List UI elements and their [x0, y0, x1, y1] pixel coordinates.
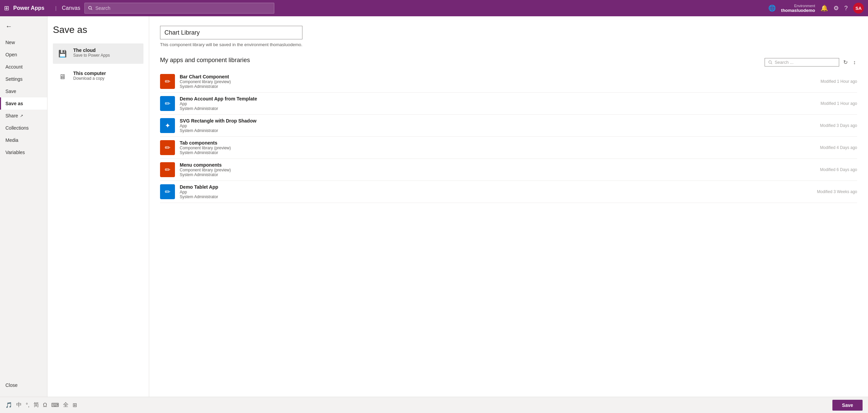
saveas-option-computer[interactable]: 🖥 This computer Download a copy: [53, 67, 143, 87]
topbar-right: 🌐 Environment thomasluodemo 🔔 ⚙ ? SA: [768, 3, 864, 14]
app-name: Demo Account App from Template: [180, 96, 816, 101]
ime-icon-7[interactable]: 全: [63, 401, 68, 409]
saveas-panel: Save as 💾 The cloud Save to Power Apps 🖥…: [47, 16, 149, 397]
app-author: System Administrator: [180, 150, 815, 155]
app-icon: ✏: [160, 96, 175, 111]
app-name: Demo Tablet App: [180, 184, 812, 190]
section-controls: ↻ ↕: [765, 58, 857, 67]
app-icon: ✏: [160, 74, 175, 89]
sidebar-item-new[interactable]: New: [0, 36, 47, 49]
environment-info: Environment thomasluodemo: [781, 4, 815, 13]
app-type: Component library (preview): [180, 79, 816, 84]
list-item[interactable]: ✏ Demo Account App from Template App Sys…: [160, 93, 857, 115]
separator: |: [55, 5, 57, 11]
sidebar-item-close[interactable]: Close: [0, 379, 47, 391]
search-icon: [768, 60, 773, 65]
env-note: This component library will be saved in …: [160, 42, 857, 47]
sidebar-item-settings[interactable]: Settings: [0, 73, 47, 85]
sidebar-item-media[interactable]: Media: [0, 134, 47, 146]
sidebar-bottom: Close: [0, 379, 47, 397]
settings-icon[interactable]: ⚙: [833, 4, 839, 12]
app-type: App: [180, 190, 812, 194]
app-name: Power Apps: [13, 5, 44, 11]
list-item[interactable]: ✏ Bar Chart Component Component library …: [160, 71, 857, 93]
list-item[interactable]: ✏ Tab components Component library (prev…: [160, 137, 857, 159]
app-list: ✏ Bar Chart Component Component library …: [160, 71, 857, 203]
app-author: System Administrator: [180, 194, 812, 199]
app-icon: ✦: [160, 118, 175, 133]
app-name-input[interactable]: [160, 26, 302, 39]
svg-line-3: [771, 63, 772, 64]
app-info: Tab components Component library (previe…: [180, 140, 815, 155]
sidebar-item-open[interactable]: Open: [0, 49, 47, 61]
app-modified: Modified 1 Hour ago: [821, 101, 857, 106]
computer-icon: 🖥: [56, 71, 68, 83]
svg-point-2: [769, 60, 771, 63]
app-author: System Administrator: [180, 106, 816, 111]
app-type: App: [180, 124, 815, 128]
ime-icon-4[interactable]: 简: [34, 401, 39, 409]
svg-point-0: [88, 6, 91, 9]
app-author: System Administrator: [180, 172, 815, 177]
app-icon: ✏: [160, 140, 175, 155]
right-panel: This component library will be saved in …: [149, 16, 868, 397]
ime-icon-1[interactable]: 🎵: [5, 402, 12, 408]
ime-icon-3[interactable]: °,: [26, 402, 29, 408]
app-info: SVG Rectangle with Drop Shadow App Syste…: [180, 118, 815, 133]
search-input[interactable]: [95, 5, 271, 11]
ime-icon-6[interactable]: ⌨: [51, 402, 59, 408]
list-item[interactable]: ✦ SVG Rectangle with Drop Shadow App Sys…: [160, 115, 857, 137]
search-icon: [88, 6, 93, 11]
sidebar: ← New Open Account Settings Save Save as…: [0, 16, 47, 397]
bottombar: 🎵 中 °, 简 Ω ⌨ 全 ⊞ Save: [0, 397, 868, 413]
saveas-title: Save as: [53, 24, 143, 35]
app-modified: Modified 4 Days ago: [820, 145, 857, 150]
sidebar-item-collections[interactable]: Collections: [0, 122, 47, 134]
app-info: Bar Chart Component Component library (p…: [180, 74, 816, 89]
app-name: SVG Rectangle with Drop Shadow: [180, 118, 815, 124]
svg-line-1: [91, 9, 92, 10]
app-info: Demo Account App from Template App Syste…: [180, 96, 816, 111]
app-type: Component library (preview): [180, 168, 815, 172]
save-button[interactable]: Save: [832, 400, 863, 411]
sidebar-item-save[interactable]: Save: [0, 85, 47, 97]
main-area: ← New Open Account Settings Save Save as…: [0, 16, 868, 397]
notification-icon[interactable]: 🔔: [821, 4, 828, 12]
sidebar-item-share[interactable]: Share ↗: [0, 110, 47, 122]
avatar[interactable]: SA: [853, 3, 864, 14]
app-name: Tab components: [180, 140, 815, 146]
sidebar-item-save-as[interactable]: Save as: [0, 97, 47, 110]
app-info: Menu components Component library (previ…: [180, 162, 815, 177]
app-icon: ✏: [160, 162, 175, 177]
app-modified: Modified 3 Weeks ago: [817, 189, 857, 194]
section-header: My apps and component libraries ↻ ↕: [160, 57, 857, 68]
app-info: Demo Tablet App App System Administrator: [180, 184, 812, 199]
sidebar-item-variables[interactable]: Variables: [0, 146, 47, 158]
topbar: ⊞ Power Apps | Canvas 🌐 Environment thom…: [0, 0, 868, 16]
apps-search-box[interactable]: [765, 58, 839, 67]
sidebar-item-account[interactable]: Account: [0, 61, 47, 73]
bottombar-icons: 🎵 中 °, 简 Ω ⌨ 全 ⊞: [5, 401, 77, 409]
saveas-option-cloud[interactable]: 💾 The cloud Save to Power Apps: [53, 43, 143, 64]
app-icon: ✏: [160, 184, 175, 199]
app-name: Bar Chart Component: [180, 74, 816, 79]
help-icon[interactable]: ?: [844, 5, 848, 12]
app-modified: Modified 1 Hour ago: [821, 79, 857, 84]
back-button[interactable]: ←: [0, 19, 47, 34]
content-area: Save as 💾 The cloud Save to Power Apps 🖥…: [47, 16, 868, 397]
app-author: System Administrator: [180, 84, 816, 89]
refresh-button[interactable]: ↻: [842, 58, 849, 67]
ime-icon-2[interactable]: 中: [16, 401, 22, 409]
external-link-icon: ↗: [20, 114, 23, 118]
sort-button[interactable]: ↕: [852, 58, 857, 67]
app-modified: Modified 3 Days ago: [820, 123, 857, 128]
grid-icon[interactable]: ⊞: [4, 4, 9, 12]
section-title: My apps and component libraries: [160, 57, 250, 64]
global-search[interactable]: [84, 3, 274, 14]
ime-icon-8[interactable]: ⊞: [73, 402, 77, 408]
ime-icon-5[interactable]: Ω: [43, 402, 47, 408]
app-name: Menu components: [180, 162, 815, 168]
list-item[interactable]: ✏ Menu components Component library (pre…: [160, 159, 857, 181]
list-item[interactable]: ✏ Demo Tablet App App System Administrat…: [160, 181, 857, 203]
apps-search-input[interactable]: [775, 60, 835, 65]
